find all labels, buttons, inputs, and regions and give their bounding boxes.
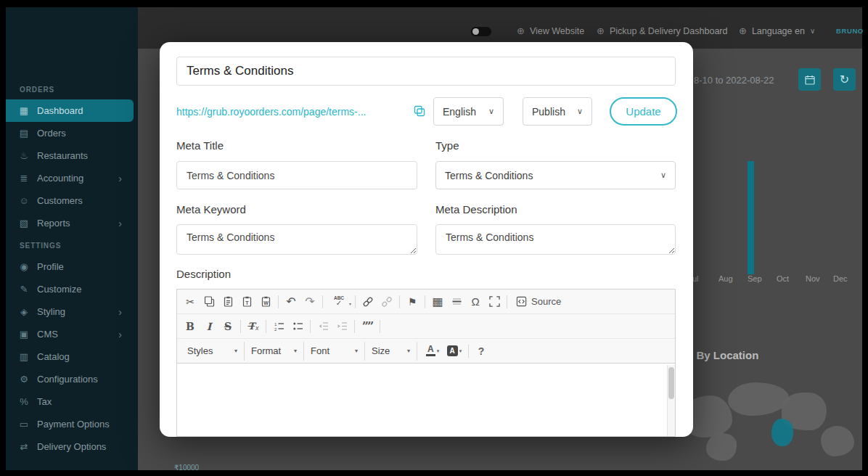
- undo-icon[interactable]: ↶: [282, 292, 300, 311]
- sidebar-section-orders: ORDERS: [6, 86, 138, 99]
- increase-indent-icon[interactable]: [332, 317, 351, 336]
- language-icon: ⊕: [739, 25, 747, 36]
- customers-icon: ☺: [18, 195, 30, 206]
- catalog-icon: ▥: [18, 351, 30, 362]
- chevron-down-icon: ∨: [810, 27, 815, 35]
- status-select[interactable]: Publish ∨: [523, 97, 592, 126]
- redo-icon[interactable]: ↷: [300, 292, 319, 311]
- language-label: Language en: [752, 26, 805, 36]
- sidebar-item-label: Catalog: [37, 351, 70, 362]
- language-select[interactable]: English ∨: [433, 97, 504, 126]
- blockquote-icon[interactable]: ””: [358, 317, 377, 336]
- anchor-flag-icon[interactable]: ⚑: [403, 292, 422, 311]
- table-icon[interactable]: ▦: [428, 292, 447, 311]
- sidebar-item-reports[interactable]: ▧ Reports ›: [6, 212, 138, 234]
- type-label: Type: [435, 139, 459, 152]
- copy-icon[interactable]: [200, 292, 218, 311]
- meta-description-textarea[interactable]: Terms & Conditions: [435, 224, 676, 255]
- editor-content-area[interactable]: [177, 365, 675, 436]
- refresh-button[interactable]: ↻: [833, 68, 856, 91]
- update-button[interactable]: Update: [610, 97, 677, 126]
- sidebar-item-styling[interactable]: ◈ Styling ›: [6, 300, 138, 323]
- theme-toggle[interactable]: [470, 26, 492, 37]
- text-color-button[interactable]: A ▾: [422, 342, 443, 361]
- orders-icon: ▤: [18, 128, 30, 139]
- text-color-a: A: [427, 345, 434, 353]
- size-combo[interactable]: Size ▾: [365, 342, 417, 361]
- paste-plain-text-icon[interactable]: T: [237, 292, 256, 311]
- sidebar-item-orders[interactable]: ▤ Orders: [6, 122, 138, 144]
- sidebar-item-delivery-options[interactable]: ⇄ Delivery Options: [6, 435, 138, 458]
- sidebar-item-profile[interactable]: ◉ Profile: [6, 255, 138, 278]
- calendar-button[interactable]: [798, 68, 821, 91]
- font-combo[interactable]: Font ▾: [304, 342, 365, 361]
- toolbar-separator: [507, 295, 507, 308]
- language-menu[interactable]: ⊕ Language en ∨: [739, 25, 815, 36]
- map-landmass: [706, 433, 737, 461]
- pickup-delivery-dashboard-link[interactable]: ⊕ Pickup & Delivery Dashboard: [597, 25, 727, 36]
- cut-icon[interactable]: ✂: [181, 292, 200, 311]
- copy-icon[interactable]: [414, 105, 425, 120]
- styles-combo-label: Styles: [187, 345, 213, 356]
- numbered-list-icon[interactable]: 12: [269, 317, 288, 336]
- meta-keyword-textarea[interactable]: Terms & Conditions: [176, 224, 417, 255]
- sidebar-item-label: Customers: [37, 195, 83, 206]
- sidebar-item-payment-options[interactable]: ▭ Payment Options: [6, 413, 138, 435]
- remove-format-icon[interactable]: T x: [244, 317, 263, 336]
- format-combo[interactable]: Format ▾: [245, 342, 304, 361]
- bold-button[interactable]: B: [181, 317, 200, 336]
- source-icon: [516, 296, 527, 307]
- maximize-icon[interactable]: [485, 292, 504, 311]
- sidebar-item-tax[interactable]: % Tax: [6, 390, 138, 413]
- sidebar: ORDERS ▦ Dashboard ▤ Orders ♨ Restaurant…: [6, 7, 138, 470]
- caret-down-icon: ▾: [355, 348, 358, 354]
- sidebar-item-label: Restaurants: [37, 150, 88, 161]
- unlink-icon[interactable]: [377, 292, 396, 311]
- username-label[interactable]: BRUNO: [836, 27, 864, 35]
- month-label: ul: [692, 274, 699, 283]
- sidebar-item-cms[interactable]: ▣ CMS ›: [6, 323, 138, 345]
- sidebar-item-catalog[interactable]: ▥ Catalog: [6, 345, 138, 368]
- sidebar-item-customize[interactable]: ✎ Customize: [6, 278, 138, 300]
- sidebar-item-customers[interactable]: ☺ Customers: [6, 189, 138, 212]
- delivery-options-icon: ⇄: [18, 441, 30, 452]
- bulleted-list-icon[interactable]: [288, 317, 307, 336]
- caret-down-icon: ▾: [459, 348, 462, 354]
- editor-scrollbar[interactable]: [667, 365, 675, 436]
- paste-from-word-icon[interactable]: W: [256, 292, 275, 311]
- background-color-button[interactable]: A ▾: [443, 342, 465, 361]
- refresh-icon: ↻: [840, 73, 849, 86]
- sidebar-item-restaurants[interactable]: ♨ Restaurants: [6, 144, 138, 167]
- sidebar-item-configurations[interactable]: ⚙ Configurations: [6, 368, 138, 390]
- editor-scrollbar-thumb[interactable]: [668, 367, 674, 399]
- view-website-link[interactable]: ⊕ View Website: [517, 25, 584, 36]
- type-select[interactable]: Terms & Conditions ∨: [435, 161, 676, 189]
- check-icon: ✓: [336, 300, 342, 307]
- source-button[interactable]: Source: [510, 292, 567, 311]
- chevron-right-icon: ›: [118, 218, 122, 229]
- profile-icon: ◉: [18, 261, 30, 272]
- svg-text:W: W: [263, 300, 269, 305]
- paste-icon[interactable]: [218, 292, 237, 311]
- strikethrough-button[interactable]: S: [218, 317, 237, 336]
- page-url-link[interactable]: https://grub.royoorders.com/page/terms-.…: [176, 106, 410, 118]
- chart-axis-label: ₹10000: [174, 464, 199, 470]
- special-char-icon[interactable]: Ω: [466, 292, 485, 311]
- styles-combo[interactable]: Styles ▾: [181, 342, 245, 361]
- sidebar-item-accounting[interactable]: ≣ Accounting ›: [6, 167, 138, 189]
- text-color-bar: [426, 354, 435, 356]
- toolbar-separator: [425, 295, 425, 308]
- toolbar-separator: [355, 295, 356, 308]
- sidebar-item-dashboard[interactable]: ▦ Dashboard: [6, 99, 134, 122]
- about-icon[interactable]: ?: [472, 342, 491, 361]
- italic-button[interactable]: I: [200, 317, 218, 336]
- link-icon[interactable]: [359, 292, 377, 311]
- meta-title-input[interactable]: [176, 161, 417, 189]
- map-highlighted-region: [771, 419, 793, 446]
- page-title-input[interactable]: [176, 57, 676, 86]
- horizontal-line-icon[interactable]: [447, 292, 466, 311]
- caret-down-icon: ▾: [234, 348, 237, 354]
- spellcheck-icon[interactable]: ABC ✓ ▾: [326, 292, 352, 311]
- decrease-indent-icon[interactable]: [314, 317, 332, 336]
- location-section-heading: e By Location: [687, 349, 758, 361]
